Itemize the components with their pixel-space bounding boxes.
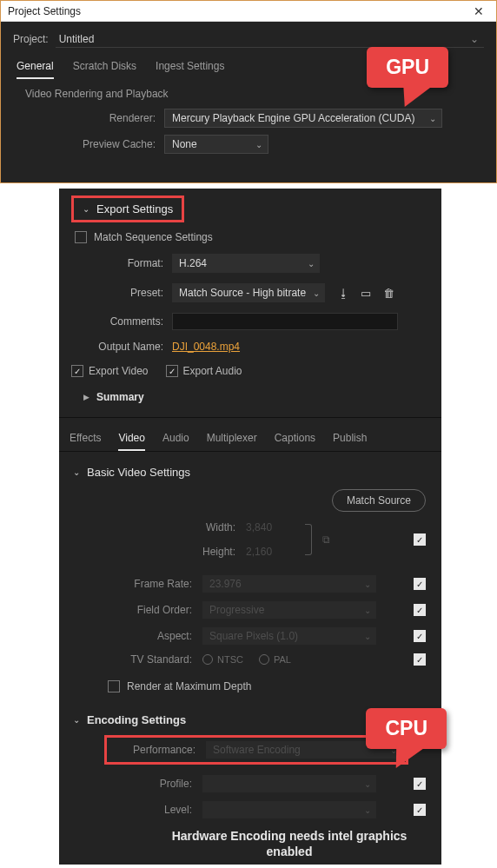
aspect-dropdown[interactable]: Square Pixels (1.0) ⌄ <box>202 627 376 645</box>
format-label: Format: <box>59 257 172 269</box>
format-dropdown[interactable]: H.264 ⌄ <box>172 254 320 273</box>
chevron-down-icon: ⌄ <box>429 114 436 123</box>
width-label: Width: <box>202 521 246 533</box>
chevron-down-icon: ⌄ <box>308 259 315 268</box>
summary-label: Summary <box>96 391 144 403</box>
profile-label: Profile: <box>59 778 202 790</box>
format-value: H.264 <box>179 257 207 269</box>
tab-ingest-settings[interactable]: Ingest Settings <box>156 60 224 79</box>
export-settings-header-highlight: ⌄ Export Settings <box>71 195 184 222</box>
max-depth-checkbox[interactable] <box>108 680 120 692</box>
chevron-down-icon: ⌄ <box>364 580 371 589</box>
fieldorder-label: Field Order: <box>59 604 202 616</box>
performance-value: Software Encoding <box>213 744 301 756</box>
chevron-down-icon: ⌄ <box>255 140 262 149</box>
level-dropdown[interactable]: ⌄ <box>202 801 376 818</box>
export-audio-checkbox[interactable] <box>166 365 178 377</box>
tab-scratch-disks[interactable]: Scratch Disks <box>73 60 136 79</box>
project-name-value: Untitled <box>59 33 95 45</box>
width-value[interactable]: 3,840 <box>246 521 300 533</box>
chevron-down-icon: ⌄ <box>364 606 371 615</box>
preview-cache-dropdown[interactable]: None ⌄ <box>164 135 268 154</box>
framerate-dropdown[interactable]: 23.976 ⌄ <box>202 575 376 593</box>
renderer-value: Mercury Playback Engine GPU Acceleration… <box>172 112 414 124</box>
preview-cache-value: None <box>172 138 197 150</box>
tab-video[interactable]: Video <box>118 432 144 451</box>
tvstd-pal-radio[interactable]: PAL <box>259 654 291 665</box>
basic-video-settings-header: Basic Video Settings <box>87 466 190 479</box>
window-title: Project Settings <box>8 5 468 17</box>
close-icon[interactable]: ✕ <box>468 4 489 18</box>
performance-label: Performance: <box>110 744 206 756</box>
gpu-callout-text: GPU <box>386 56 429 78</box>
comments-input[interactable] <box>172 313 398 330</box>
fieldorder-dropdown[interactable]: Progressive ⌄ <box>202 601 376 619</box>
aspect-match-checkbox[interactable] <box>414 630 426 642</box>
renderer-dropdown[interactable]: Mercury Playback Engine GPU Acceleration… <box>164 109 442 128</box>
titlebar: Project Settings ✕ <box>1 1 496 22</box>
fieldorder-value: Progressive <box>209 604 264 616</box>
hardware-encoding-note: Hardware Encoding needs intel graphics e… <box>163 828 415 859</box>
height-label: Height: <box>202 546 246 558</box>
framerate-value: 23.976 <box>209 578 242 590</box>
save-preset-icon[interactable]: ▭ <box>360 287 372 299</box>
chevron-down-icon: ⌄ <box>364 779 371 789</box>
max-depth-label: Render at Maximum Depth <box>127 680 251 692</box>
export-audio-label: Export Audio <box>183 365 242 377</box>
tab-general[interactable]: General <box>17 60 54 79</box>
fieldorder-match-checkbox[interactable] <box>414 604 426 616</box>
tab-audio[interactable]: Audio <box>162 432 189 451</box>
height-value[interactable]: 2,160 <box>246 546 300 558</box>
dimensions-match-checkbox[interactable] <box>414 533 426 546</box>
preset-value: Match Source - High bitrate <box>179 287 306 299</box>
project-name-field[interactable]: Untitled ⌄ <box>56 30 484 48</box>
export-tabs: Effects Video Audio Multiplexer Captions… <box>59 421 441 451</box>
export-video-label: Export Video <box>89 365 149 377</box>
aspect-value: Square Pixels (1.0) <box>209 630 298 642</box>
disclosure-triangle-icon[interactable]: ⌄ <box>73 467 80 477</box>
profile-match-checkbox[interactable] <box>414 778 426 790</box>
export-settings-panel: ⌄ Export Settings Match Sequence Setting… <box>59 189 441 865</box>
project-settings-window: Project Settings ✕ Project: Untitled ⌄ G… <box>0 0 497 183</box>
comments-label: Comments: <box>59 315 172 328</box>
cpu-callout-text: CPU <box>385 717 427 739</box>
preview-cache-label: Preview Cache: <box>25 138 164 150</box>
performance-row-highlight: Performance: Software Encoding ⌄ <box>104 735 408 765</box>
renderer-label: Renderer: <box>25 112 164 124</box>
match-sequence-checkbox[interactable] <box>75 231 87 243</box>
framerate-match-checkbox[interactable] <box>414 578 426 590</box>
chevron-down-icon: ⌄ <box>364 805 371 815</box>
disclosure-triangle-icon: ▶ <box>83 393 89 401</box>
output-name-label: Output Name: <box>59 341 172 353</box>
chevron-down-icon: ⌄ <box>313 288 320 298</box>
level-label: Level: <box>59 804 202 816</box>
tab-publish[interactable]: Publish <box>333 432 367 451</box>
chevron-down-icon: ⌄ <box>470 33 479 45</box>
tvstd-ntsc-radio[interactable]: NTSC <box>202 654 243 665</box>
summary-row[interactable]: ▶ Summary <box>59 386 441 414</box>
project-label: Project: <box>13 33 49 45</box>
profile-dropdown[interactable]: ⌄ <box>202 775 376 792</box>
export-settings-header: Export Settings <box>96 202 173 215</box>
delete-preset-icon[interactable]: 🗑 <box>382 287 394 299</box>
gpu-callout: GPU <box>367 47 448 88</box>
chevron-down-icon: ⌄ <box>364 632 371 641</box>
preset-label: Preset: <box>59 287 172 299</box>
tab-effects[interactable]: Effects <box>70 432 101 451</box>
framerate-label: Frame Rate: <box>59 578 202 590</box>
encoding-settings-header: Encoding Settings <box>87 713 186 726</box>
export-video-checkbox[interactable] <box>71 365 83 377</box>
level-match-checkbox[interactable] <box>414 804 426 816</box>
tvstandard-label: TV Standard: <box>59 653 202 666</box>
import-preset-icon[interactable]: ⭳ <box>337 287 349 299</box>
preset-dropdown[interactable]: Match Source - High bitrate ⌄ <box>172 283 325 302</box>
link-icon[interactable]: ⧉ <box>322 533 330 546</box>
tab-captions[interactable]: Captions <box>275 432 315 451</box>
tab-multiplexer[interactable]: Multiplexer <box>207 432 257 451</box>
output-name-link[interactable]: DJI_0048.mp4 <box>172 341 240 353</box>
match-source-button[interactable]: Match Source <box>332 489 426 512</box>
disclosure-triangle-icon[interactable]: ⌄ <box>83 204 89 214</box>
disclosure-triangle-icon[interactable]: ⌄ <box>73 715 80 725</box>
tvstd-match-checkbox[interactable] <box>414 653 426 666</box>
match-sequence-label: Match Sequence Settings <box>94 231 213 243</box>
